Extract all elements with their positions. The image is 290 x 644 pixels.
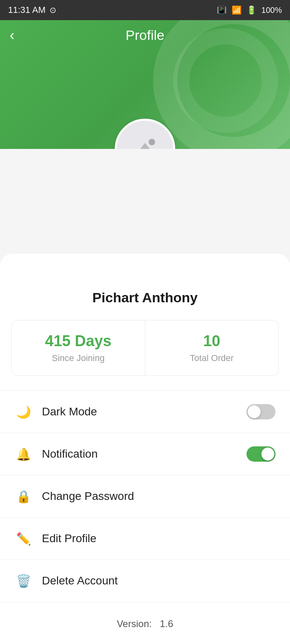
header-top: ‹ Profile xyxy=(0,20,290,50)
version-label: Version: xyxy=(117,618,152,629)
dark-mode-toggle[interactable] xyxy=(246,404,276,419)
menu-item-edit-profile[interactable]: ✏️ Edit Profile xyxy=(0,518,290,560)
menu-item-change-password[interactable]: 🔒 Change Password xyxy=(0,475,290,518)
stat-days-label: Since Joining xyxy=(20,353,137,363)
lock-icon: 🔒 xyxy=(14,487,32,505)
content-card: Pichart Anthony 415 Days Since Joining 1… xyxy=(0,254,290,644)
stats-row: 415 Days Since Joining 10 Total Order xyxy=(11,320,279,376)
notification-label: Notification xyxy=(42,448,98,460)
wifi-icon: 📶 xyxy=(232,5,242,15)
menu-item-left-edit-profile: ✏️ Edit Profile xyxy=(14,530,96,547)
version-number: 1.6 xyxy=(160,618,173,629)
avatar-container xyxy=(115,119,175,149)
battery-icon: 🔋 xyxy=(246,5,257,15)
status-bar: 11:31 AM ⊙ 📳 📶 🔋 100% xyxy=(0,0,290,20)
change-password-label: Change Password xyxy=(42,490,134,503)
menu-item-left-notification: 🔔 Notification xyxy=(14,445,98,463)
dark-mode-toggle-thumb xyxy=(248,405,261,418)
page-title: Profile xyxy=(126,27,164,43)
svg-point-0 xyxy=(149,139,155,145)
header-banner: ‹ Profile xyxy=(0,20,290,149)
stat-days-value: 415 Days xyxy=(20,332,137,350)
stat-days: 415 Days Since Joining xyxy=(12,320,145,376)
notification-toggle[interactable] xyxy=(246,446,276,462)
pencil-icon: ✏️ xyxy=(14,530,32,547)
app-icon: ⊙ xyxy=(50,5,56,15)
notification-toggle-thumb xyxy=(261,448,274,460)
vibrate-icon: 📳 xyxy=(217,5,227,15)
menu-item-delete-account[interactable]: 🗑️ Delete Account xyxy=(0,560,290,602)
back-button[interactable]: ‹ xyxy=(10,28,14,43)
user-name: Pichart Anthony xyxy=(0,290,290,305)
menu-item-left-delete-account: 🗑️ Delete Account xyxy=(14,572,118,590)
delete-account-label: Delete Account xyxy=(42,574,118,587)
edit-profile-label: Edit Profile xyxy=(42,532,96,545)
menu-item-left-change-password: 🔒 Change Password xyxy=(14,487,134,505)
menu-item-notification[interactable]: 🔔 Notification xyxy=(0,433,290,475)
status-time: 11:31 AM xyxy=(8,5,46,15)
menu-item-dark-mode[interactable]: 🌙 Dark Mode xyxy=(0,390,290,433)
version-info: Version: 1.6 xyxy=(0,602,290,638)
moon-icon: 🌙 xyxy=(14,403,32,421)
menu-item-left-dark-mode: 🌙 Dark Mode xyxy=(14,403,97,421)
stat-orders-value: 10 xyxy=(153,332,271,350)
trash-icon: 🗑️ xyxy=(14,572,32,590)
status-left: 11:31 AM ⊙ xyxy=(8,5,56,15)
menu-section: 🌙 Dark Mode 🔔 Notification 🔒 Change Pass… xyxy=(0,390,290,602)
battery-percent: 100% xyxy=(261,6,282,15)
dark-mode-label: Dark Mode xyxy=(42,405,97,418)
avatar xyxy=(115,119,175,149)
svg-marker-1 xyxy=(131,143,159,149)
status-right: 📳 📶 🔋 100% xyxy=(217,5,282,15)
bell-icon: 🔔 xyxy=(14,445,32,463)
stat-orders: 10 Total Order xyxy=(145,320,279,376)
avatar-image xyxy=(127,131,163,149)
stat-orders-label: Total Order xyxy=(153,353,271,363)
